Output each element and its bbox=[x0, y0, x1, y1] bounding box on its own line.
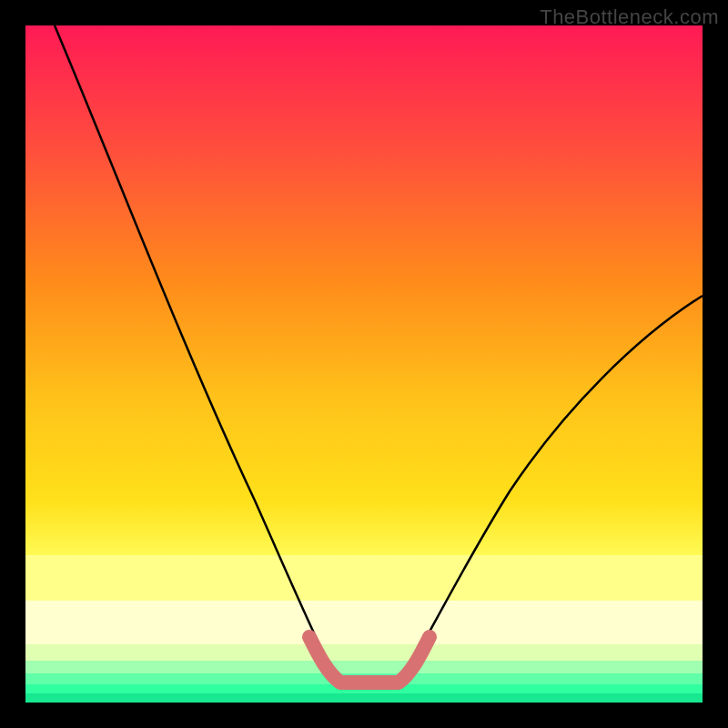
band-cream bbox=[25, 601, 703, 644]
chart-svg bbox=[0, 0, 728, 728]
band-green-3 bbox=[25, 693, 703, 703]
band-lightgreen-2 bbox=[25, 661, 703, 673]
plot-area bbox=[25, 25, 703, 703]
bottleneck-chart bbox=[0, 0, 728, 728]
band-pale-yellow bbox=[25, 555, 703, 601]
band-lightgreen-1 bbox=[25, 644, 703, 661]
watermark-text: TheBottleneck.com bbox=[540, 5, 719, 29]
